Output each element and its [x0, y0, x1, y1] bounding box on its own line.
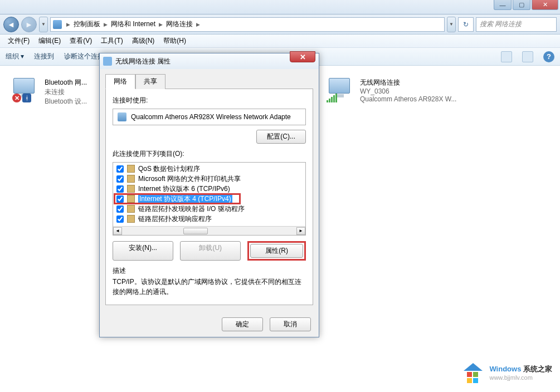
uninstall-button: 卸载(U) [180, 241, 241, 261]
items-label: 此连接使用下列项目(O): [113, 149, 306, 159]
cancel-button[interactable]: 取消 [270, 317, 311, 331]
install-button[interactable]: 安装(N)... [113, 241, 173, 261]
connection-name: Bluetooth 网... [45, 78, 87, 87]
list-item-selected[interactable]: Internet 协议版本 4 (TCP/IPv4) [113, 194, 305, 204]
component-icon [127, 195, 135, 203]
properties-button[interactable]: 属性(R) [250, 244, 303, 258]
component-icon [127, 165, 135, 173]
menu-file[interactable]: 文件(F) [3, 35, 34, 47]
chevron-right-icon: ▶ [195, 22, 201, 27]
watermark: Windows 系统之家 www.bjjmlv.com [461, 361, 552, 384]
adapter-name: Qualcomm Atheros AR928X Wireless Network… [131, 113, 291, 121]
monitor-icon [329, 78, 350, 94]
dialog-footer: 确定 取消 [100, 312, 319, 337]
item-checkbox[interactable] [116, 195, 124, 203]
cmd-organize[interactable]: 组织 ▾ [6, 52, 24, 61]
monitor-icon [13, 78, 35, 94]
items-listbox[interactable]: QoS 数据包计划程序 Microsoft 网络的文件和打印机共享 Intern… [113, 162, 306, 236]
scroll-thumb[interactable] [183, 228, 208, 234]
cmd-diagnose[interactable]: 诊断这个连接 [64, 52, 104, 61]
breadcrumb-item[interactable]: 网络连接 [165, 19, 194, 29]
menu-view[interactable]: 查看(V) [65, 35, 96, 47]
connection-device: Bluetooth 设... [45, 97, 87, 106]
list-item[interactable]: QoS 数据包计划程序 [113, 164, 305, 174]
address-dropdown[interactable]: ▼ [447, 17, 456, 32]
description-text: TCP/IP。该协议是默认的广域网络协议，它提供在不同的相互连接的网络上的通讯。 [113, 277, 306, 297]
bluetooth-icon: ᚼ [22, 94, 31, 102]
item-checkbox[interactable] [116, 165, 124, 173]
help-icon[interactable]: ? [543, 51, 554, 62]
breadcrumb[interactable]: ▶ 控制面板 ▶ 网络和 Internet ▶ 网络连接 ▶ [50, 17, 445, 32]
component-icon [127, 175, 135, 183]
close-button[interactable]: ✕ [532, 0, 558, 10]
nav-history-dropdown[interactable]: ▼ [39, 17, 48, 32]
horizontal-scrollbar[interactable]: ◄ ► [113, 226, 305, 235]
menu-tools[interactable]: 工具(T) [96, 35, 127, 47]
ok-button[interactable]: 确定 [222, 317, 263, 331]
chevron-right-icon: ▶ [158, 22, 164, 27]
component-icon [127, 185, 135, 193]
tab-network[interactable]: 网络 [105, 74, 135, 89]
connection-status: 未连接 [45, 87, 87, 97]
item-checkbox[interactable] [116, 215, 124, 223]
minimize-button[interactable]: — [494, 0, 512, 10]
address-bar-row: ◄ ► ▼ ▶ 控制面板 ▶ 网络和 Internet ▶ 网络连接 ▶ ▼ ↻… [0, 14, 560, 35]
description-heading: 描述 [113, 266, 306, 276]
adapter-icon [118, 112, 126, 121]
error-icon: ✕ [12, 94, 21, 102]
breadcrumb-item[interactable]: 网络和 Internet [110, 19, 157, 29]
dialog-title: 无线网络连接 属性 [115, 57, 171, 66]
dialog-icon [103, 57, 112, 66]
item-checkbox[interactable] [116, 185, 124, 193]
properties-dialog: 无线网络连接 属性 ✕ 网络 共享 连接时使用: Qualcomm Athero… [99, 53, 319, 337]
tab-sharing[interactable]: 共享 [135, 74, 165, 89]
scroll-left-button[interactable]: ◄ [113, 227, 122, 235]
location-icon [53, 20, 62, 29]
menubar: 文件(F) 编辑(E) 查看(V) 工具(T) 高级(N) 帮助(H) [0, 35, 560, 48]
connection-device: Qualcomm Atheros AR928X W... [360, 95, 456, 103]
connection-wifi[interactable]: 无线网络连接 WY_0306 Qualcomm Atheros AR928X W… [329, 78, 471, 103]
forward-button[interactable]: ► [21, 17, 37, 32]
chevron-right-icon: ▶ [65, 22, 71, 27]
menu-advanced[interactable]: 高级(N) [128, 35, 159, 47]
component-icon [127, 215, 135, 223]
window-titlebar: — ▢ ✕ [0, 0, 560, 14]
search-input[interactable]: 搜索 网络连接 [476, 17, 557, 32]
connect-using-label: 连接时使用: [113, 96, 306, 105]
configure-button[interactable]: 配置(C)... [256, 130, 306, 144]
maximize-button[interactable]: ▢ [513, 0, 530, 10]
breadcrumb-item[interactable]: 控制面板 [72, 19, 101, 29]
preview-icon[interactable] [522, 51, 533, 62]
back-button[interactable]: ◄ [3, 17, 19, 32]
scroll-right-button[interactable]: ► [296, 227, 305, 235]
list-item[interactable]: Internet 协议版本 6 (TCP/IPv6) [113, 184, 305, 194]
highlight-box: 属性(R) [247, 241, 306, 261]
list-item[interactable]: 链路层拓扑发现响应程序 [113, 214, 305, 224]
list-item[interactable]: 链路层拓扑发现映射器 I/O 驱动程序 [113, 204, 305, 214]
item-checkbox[interactable] [116, 205, 124, 213]
list-item[interactable]: Microsoft 网络的文件和打印机共享 [113, 174, 305, 184]
item-checkbox[interactable] [116, 175, 124, 183]
tab-pane-network: 连接时使用: Qualcomm Atheros AR928X Wireless … [105, 89, 313, 305]
dialog-close-button[interactable]: ✕ [290, 51, 315, 62]
cmd-connect[interactable]: 连接到 [34, 52, 54, 61]
view-icon[interactable] [501, 51, 512, 62]
refresh-button[interactable]: ↻ [458, 17, 474, 32]
menu-edit[interactable]: 编辑(E) [34, 35, 65, 47]
dialog-titlebar[interactable]: 无线网络连接 属性 ✕ [100, 53, 319, 69]
connection-name: 无线网络连接 [360, 78, 456, 87]
watermark-logo-icon [461, 361, 485, 384]
component-icon [127, 205, 135, 213]
signal-icon [327, 94, 339, 102]
connection-status: WY_0306 [360, 87, 456, 95]
chevron-right-icon: ▶ [103, 22, 109, 27]
menu-help[interactable]: 帮助(H) [159, 35, 191, 47]
adapter-box: Qualcomm Atheros AR928X Wireless Network… [113, 109, 306, 125]
